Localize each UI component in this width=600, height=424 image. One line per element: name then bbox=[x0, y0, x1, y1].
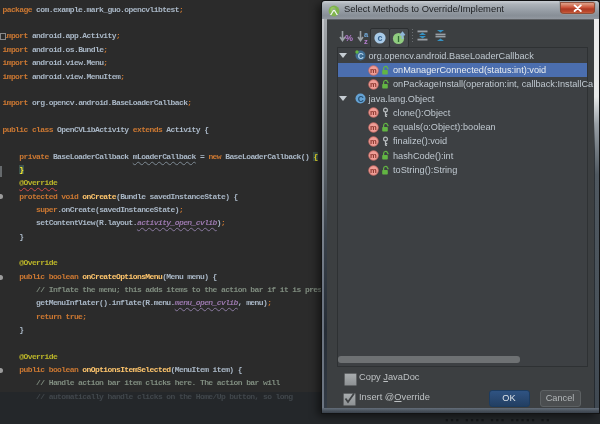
svg-text:%: % bbox=[345, 33, 353, 43]
svg-text:c: c bbox=[377, 33, 382, 43]
svg-text:m: m bbox=[370, 137, 377, 146]
svg-text:m: m bbox=[370, 166, 377, 175]
svg-text:m: m bbox=[370, 152, 377, 161]
svg-text:m: m bbox=[370, 109, 377, 118]
svg-text:z: z bbox=[364, 37, 368, 46]
svg-text:m: m bbox=[370, 80, 377, 89]
svg-text:m: m bbox=[370, 123, 377, 132]
svg-text:I: I bbox=[397, 34, 400, 44]
svg-text:C: C bbox=[358, 94, 364, 104]
svg-text:m: m bbox=[370, 66, 377, 75]
